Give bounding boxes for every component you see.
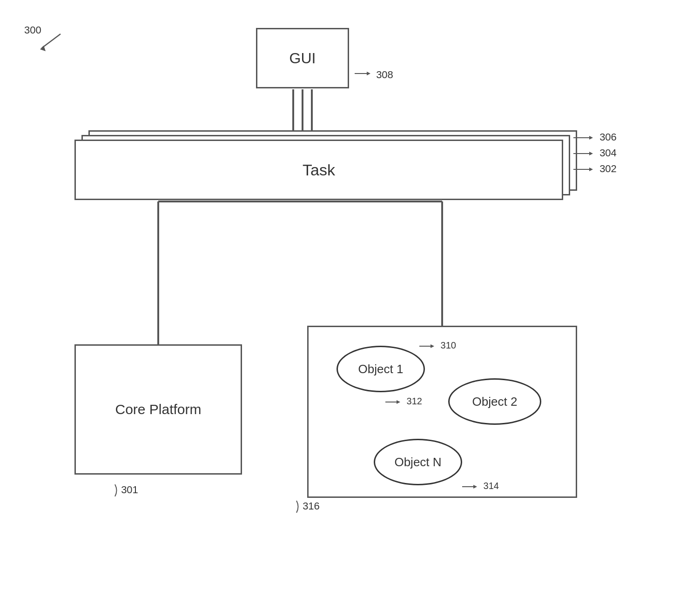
label-308: 308 [355, 69, 393, 81]
objectN-ellipse: Object N [374, 439, 462, 485]
label-306: 306 [573, 131, 617, 143]
objects-box: Object 1 Object 2 Object N 310 312 [307, 326, 577, 498]
svg-marker-21 [473, 485, 477, 489]
svg-marker-9 [367, 72, 370, 75]
svg-marker-17 [431, 344, 434, 348]
svg-line-6 [42, 34, 61, 48]
label-302: 302 [573, 163, 617, 175]
objectN-label: Object N [394, 455, 441, 469]
object2-ellipse: Object 2 [448, 378, 541, 425]
object2-label: Object 2 [472, 395, 518, 409]
label-304: 304 [573, 147, 617, 159]
core-platform-label: Core Platform [115, 400, 201, 419]
task-label: Task [303, 161, 335, 179]
arrow-300 [37, 32, 65, 55]
gui-label: GUI [289, 50, 316, 67]
label-312: 312 [385, 396, 422, 407]
label-301: 301 [112, 484, 138, 496]
task-box-front: Task [74, 140, 563, 200]
object1-ellipse: Object 1 [337, 346, 425, 392]
svg-marker-15 [589, 168, 593, 171]
label-310: 310 [419, 340, 456, 351]
core-platform-box: Core Platform [74, 344, 242, 475]
label-314: 314 [462, 481, 499, 491]
label-316: 316 [293, 500, 320, 513]
svg-marker-11 [589, 136, 593, 140]
svg-marker-13 [589, 152, 593, 155]
svg-marker-19 [397, 400, 400, 404]
gui-box: GUI [256, 28, 349, 88]
object1-label: Object 1 [358, 362, 404, 376]
diagram-container: 300 GUI 308 Task 306 [0, 0, 700, 610]
connectors-svg [0, 0, 700, 610]
